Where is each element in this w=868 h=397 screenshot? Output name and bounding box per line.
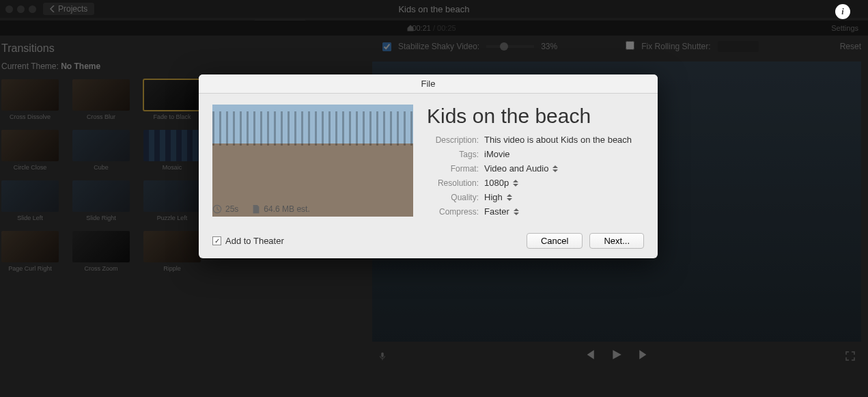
- svg-line-1: [781, 27, 783, 29]
- stepper-icon[interactable]: [507, 194, 512, 201]
- stepper-icon[interactable]: [513, 180, 518, 187]
- export-duration: 25s: [225, 204, 238, 214]
- stabilize-label: Stabilize Shaky Video:: [398, 42, 479, 51]
- rolling-shutter-select[interactable]: [718, 41, 759, 52]
- cancel-button[interactable]: Cancel: [527, 233, 583, 249]
- file-icon: [252, 204, 260, 214]
- transition-thumb[interactable]: Mosaic: [143, 130, 201, 171]
- export-thumbnail: [212, 105, 413, 217]
- transition-thumb[interactable]: Ripple: [143, 231, 201, 272]
- next-button[interactable]: [638, 348, 650, 363]
- info-overlay-icon[interactable]: i: [835, 4, 850, 19]
- svg-point-4: [642, 25, 645, 27]
- timeline-time: 00:21 / 00:25: [412, 24, 456, 32]
- export-title[interactable]: Kids on the beach: [427, 105, 644, 128]
- svg-rect-7: [724, 23, 725, 30]
- reset-all-button[interactable]: Reset All: [822, 21, 854, 31]
- tab-backgrounds[interactable]: Backgrounds: [178, 20, 240, 33]
- clock-icon: [212, 204, 222, 214]
- stabilize-checkbox[interactable]: [382, 42, 391, 51]
- transition-thumb[interactable]: Cross Dissolve: [1, 79, 59, 120]
- description-field[interactable]: This video is about Kids on the beach: [484, 135, 632, 145]
- transition-thumb[interactable]: Cube: [72, 130, 130, 171]
- stepper-icon[interactable]: [552, 165, 558, 172]
- format-select[interactable]: Video and Audio: [484, 163, 548, 174]
- transition-thumb[interactable]: Circle Close: [1, 130, 59, 171]
- rolling-shutter-checkbox[interactable]: [626, 41, 634, 50]
- back-to-projects-button[interactable]: Projects: [43, 3, 94, 15]
- tab-titles[interactable]: Titles: [132, 20, 165, 33]
- back-label: Projects: [58, 4, 87, 14]
- play-button[interactable]: [611, 348, 623, 363]
- panel-title: Transitions: [0, 40, 365, 57]
- stabilize-bar: Stabilize Shaky Video: 33% Fix Rolling S…: [382, 41, 861, 52]
- svg-rect-15: [381, 352, 384, 357]
- project-title: Kids on the beach: [0, 4, 868, 14]
- search-input[interactable]: [772, 20, 848, 33]
- svg-point-2: [618, 21, 628, 31]
- media-tab-bar: My Media Audio Titles Backgrounds Transi…: [0, 18, 868, 36]
- export-filesize: 64.6 MB est.: [264, 204, 309, 214]
- rolling-shutter-label: Fix Rolling Shutter:: [641, 42, 710, 51]
- equalizer-icon[interactable]: [720, 20, 731, 31]
- next-button[interactable]: Next...: [589, 233, 644, 249]
- reset-button[interactable]: Reset: [840, 42, 861, 51]
- quality-select[interactable]: High: [484, 192, 503, 202]
- adjustment-toolbar: Reset All: [617, 20, 854, 31]
- svg-point-3: [639, 22, 647, 30]
- bottom-bar: 00:21 / 00:25 Settings: [0, 20, 868, 36]
- home-icon[interactable]: [406, 24, 415, 32]
- tab-audio[interactable]: Audio: [83, 20, 118, 33]
- svg-point-12: [783, 22, 791, 30]
- filter-icon[interactable]: [761, 20, 772, 31]
- transition-thumb[interactable]: Page Curl Right: [1, 231, 59, 272]
- svg-rect-5: [680, 23, 688, 29]
- settings-button[interactable]: Settings: [831, 24, 858, 32]
- info-icon[interactable]: [781, 20, 792, 31]
- dialog-title: File: [199, 74, 658, 94]
- color-balance-icon[interactable]: [617, 20, 628, 31]
- compress-select[interactable]: Faster: [484, 206, 509, 217]
- resolution-select[interactable]: 1080p: [484, 178, 509, 188]
- speed-icon[interactable]: [740, 20, 751, 31]
- stepper-icon[interactable]: [514, 208, 519, 215]
- svg-point-11: [765, 23, 770, 29]
- mic-icon[interactable]: [378, 351, 387, 361]
- window-titlebar: Projects Kids on the beach: [0, 0, 868, 18]
- svg-rect-6: [721, 26, 723, 30]
- stabilize-percent: 33%: [541, 42, 557, 51]
- svg-point-0: [777, 24, 781, 28]
- transition-thumb[interactable]: Slide Left: [1, 180, 59, 221]
- svg-point-10: [762, 23, 768, 29]
- crop-icon[interactable]: [658, 20, 669, 31]
- volume-icon[interactable]: [699, 20, 710, 31]
- playback-controls: [372, 348, 861, 363]
- prev-button[interactable]: [583, 348, 596, 363]
- minimize-window-icon[interactable]: [17, 5, 25, 13]
- svg-rect-8: [727, 25, 728, 30]
- fullscreen-icon[interactable]: [845, 351, 856, 361]
- transition-thumb[interactable]: Puzzle Left: [143, 180, 201, 221]
- color-wheel-icon[interactable]: [638, 20, 649, 31]
- stabilize-icon[interactable]: [679, 20, 690, 31]
- svg-point-9: [742, 22, 750, 30]
- add-to-theater-checkbox[interactable]: ✓ Add to Theater: [212, 236, 284, 246]
- stabilize-slider[interactable]: [486, 45, 534, 48]
- transition-thumb[interactable]: Cross Zoom: [72, 231, 130, 272]
- tags-field[interactable]: iMovie: [484, 149, 510, 159]
- transition-thumb[interactable]: Fade to Black: [143, 79, 201, 120]
- tab-transitions[interactable]: Transitions: [253, 20, 307, 33]
- transition-thumb[interactable]: Slide Right: [72, 180, 130, 221]
- close-window-icon[interactable]: [5, 5, 13, 13]
- svg-point-14: [786, 23, 787, 25]
- transition-thumb[interactable]: Cross Blur: [72, 79, 130, 120]
- zoom-window-icon[interactable]: [29, 5, 36, 13]
- export-file-dialog: File 25s 64.6 MB est. Kids on the beach …: [199, 74, 658, 258]
- search-icon: [776, 23, 784, 31]
- tab-my-media[interactable]: My Media: [20, 20, 70, 33]
